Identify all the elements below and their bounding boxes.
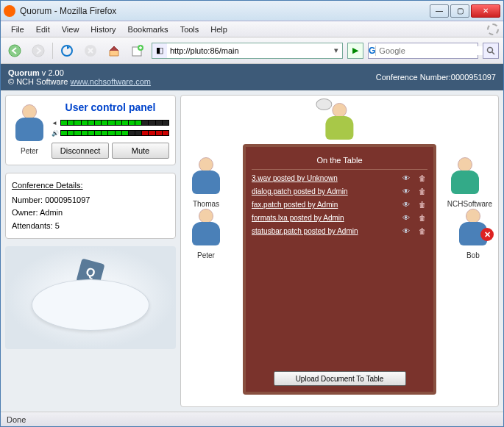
search-engine-icon[interactable]: G [369, 46, 376, 56]
throbber-icon [487, 24, 499, 35]
output-meter: ◄ [52, 119, 169, 126]
menubar: File Edit View History Bookmarks Tools H… [1, 21, 503, 37]
file-link[interactable]: dialog.patch posted by Admin [252, 187, 398, 195]
svg-point-6 [488, 47, 493, 52]
detail-owner: Admin [40, 208, 63, 217]
search-input[interactable] [376, 46, 483, 55]
detail-number: 0000951097 [45, 195, 90, 204]
detail-attendants: 5 [55, 221, 60, 230]
participant-bob[interactable]: ✕ Bob [455, 206, 491, 259]
avatar-icon [188, 206, 224, 250]
conf-number-value: 0000951097 [451, 73, 496, 82]
search-button[interactable] [483, 43, 499, 59]
app-version: v 2.00 [42, 68, 64, 77]
app-copyright: © NCH Software [8, 77, 68, 86]
conference-table-illustration: Q [5, 246, 176, 349]
participant-peter[interactable]: Peter [188, 206, 224, 259]
speaker-icon: ◄ [52, 120, 59, 126]
avatar-icon [188, 154, 224, 198]
delete-file-icon[interactable]: 🗑 [419, 201, 427, 209]
remove-x-icon: ✕ [480, 228, 494, 241]
file-row: dialog.patch posted by Admin👁🗑 [252, 187, 427, 195]
window-titlebar: Quorum - Mozilla Firefox — ▢ ✕ [1, 1, 503, 21]
file-row: 3.wav posted by Unknown👁🗑 [252, 174, 427, 182]
avatar-icon: ✕ [455, 206, 491, 250]
menu-file[interactable]: File [5, 24, 30, 35]
menu-edit[interactable]: Edit [30, 24, 56, 35]
delete-file-icon[interactable]: 🗑 [419, 174, 427, 182]
status-text: Done [7, 415, 26, 424]
search-box[interactable]: G [368, 43, 478, 59]
firefox-favicon-icon [4, 5, 15, 17]
delete-file-icon[interactable]: 🗑 [419, 227, 427, 235]
mute-button[interactable]: Mute [112, 143, 169, 159]
participant-nchsoftware[interactable]: NCHSoftware [447, 154, 492, 208]
conference-details-panel: Conference Details: Number: 0000951097 O… [5, 173, 176, 239]
home-button[interactable] [104, 41, 124, 60]
new-tab-button[interactable] [128, 41, 147, 60]
url-input[interactable] [167, 46, 330, 55]
participant-thomas[interactable]: Thomas [188, 154, 224, 208]
menu-help[interactable]: Help [205, 24, 233, 35]
menu-history[interactable]: History [85, 24, 121, 35]
view-file-icon[interactable]: 👁 [402, 227, 414, 235]
table-heading: On the Table [252, 153, 427, 168]
stop-button[interactable] [81, 41, 100, 60]
user-control-panel: Peter User control panel ◄ 🔊 [5, 95, 176, 165]
disconnect-button[interactable]: Disconnect [52, 143, 109, 159]
file-link[interactable]: formats.lxa posted by Admin [252, 214, 398, 222]
reload-button[interactable] [57, 41, 77, 60]
file-row: fax.patch posted by Admin👁🗑 [252, 201, 427, 209]
owner-avatar-icon [322, 100, 358, 144]
conf-number-label: Conference Number: [376, 73, 451, 82]
table-documents-panel: On the Table 3.wav posted by Unknown👁🗑di… [243, 144, 436, 395]
file-link[interactable]: fax.patch posted by Admin [252, 201, 398, 209]
file-row: formats.lxa posted by Admin👁🗑 [252, 214, 427, 222]
group-avatar-icon [447, 154, 483, 198]
maximize-button[interactable]: ▢ [450, 4, 469, 18]
url-bar[interactable]: ◧ ▾ [152, 43, 343, 59]
navigation-toolbar: ◧ ▾ ▶ G [1, 37, 503, 64]
site-favicon-icon: ◧ [152, 43, 167, 58]
url-dropdown-icon[interactable]: ▾ [330, 46, 342, 55]
ucp-title: User control panel [52, 101, 169, 113]
conf-details-heading: Conference Details: [12, 179, 169, 193]
conference-area: Admin (Owner) Thomas Peter NCHSoftware ✕… [180, 95, 499, 407]
menu-view[interactable]: View [56, 24, 85, 35]
window-title: Quorum - Mozilla Firefox [20, 6, 430, 16]
delete-file-icon[interactable]: 🗑 [419, 187, 427, 195]
view-file-icon[interactable]: 👁 [402, 201, 414, 209]
user-avatar-icon [12, 101, 47, 146]
mic-icon: 🔊 [52, 130, 59, 137]
menu-bookmarks[interactable]: Bookmarks [122, 24, 174, 35]
upload-button[interactable]: Upload Document To Table [274, 371, 406, 386]
go-button[interactable]: ▶ [347, 43, 363, 59]
close-button[interactable]: ✕ [471, 4, 500, 18]
menu-tools[interactable]: Tools [174, 24, 205, 35]
input-meter: 🔊 [52, 129, 169, 137]
view-file-icon[interactable]: 👁 [402, 174, 414, 182]
statusbar: Done [1, 412, 503, 426]
file-row: statusbar.patch posted by Admin👁🗑 [252, 227, 427, 235]
app-link[interactable]: www.nchsoftware.com [71, 77, 151, 86]
svg-point-1 [32, 45, 44, 57]
forward-button[interactable] [29, 41, 48, 60]
svg-point-0 [9, 45, 21, 57]
file-link[interactable]: 3.wav posted by Unknown [252, 174, 398, 182]
minimize-button[interactable]: — [430, 4, 449, 18]
view-file-icon[interactable]: 👁 [402, 187, 414, 195]
delete-file-icon[interactable]: 🗑 [419, 214, 427, 222]
app-name: Quorum [8, 68, 40, 77]
view-file-icon[interactable]: 👁 [402, 214, 414, 222]
back-button[interactable] [5, 41, 24, 60]
file-link[interactable]: statusbar.patch posted by Admin [252, 227, 398, 235]
user-name: Peter [12, 147, 47, 155]
app-header: Quorum v 2.00 © NCH Software www.nchsoft… [1, 64, 503, 90]
